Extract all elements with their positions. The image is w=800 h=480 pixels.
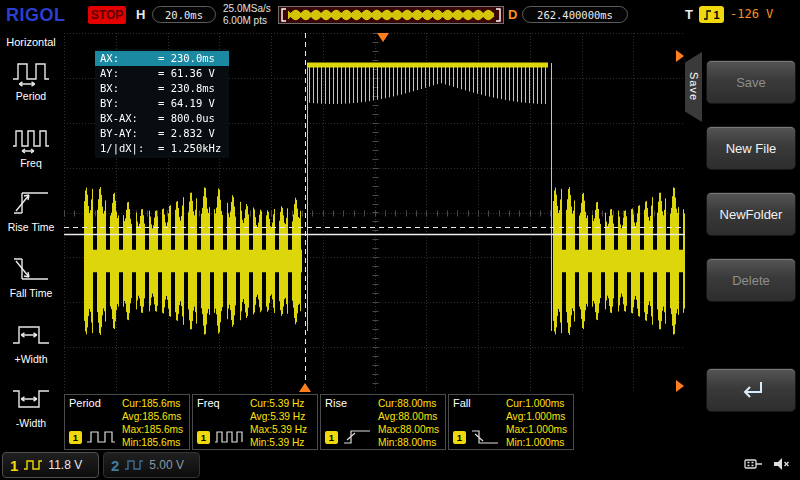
oscilloscope-screen: RIGOL STOP H 20.0ms 25.0MSa/s 6.00M pts … (0, 0, 800, 480)
measurement-panel-period: Period 1 Cur:185.6ms Avg:185.6ms Max:185… (64, 394, 190, 450)
measurement-cur: Cur:88.00ms (378, 397, 439, 410)
measurement-cur: Cur:1.000ms (506, 397, 567, 410)
cursor-label: AY: (100, 66, 158, 81)
measurement-name: Fall (453, 397, 471, 409)
cursor-label: BY-AY: (100, 126, 158, 141)
measure-category-title: Horizontal (0, 36, 62, 48)
channel1-scale: 11.8 V (48, 458, 82, 472)
measurement-max: Max:88.00ms (378, 423, 439, 436)
measurement-values: Cur:5.39 Hz Avg:5.39 Hz Max:5.39 Hz Min:… (250, 397, 307, 449)
cursor-value: = 800.0us (158, 111, 215, 126)
channel2-status[interactable]: 2 5.00 V (103, 452, 200, 478)
pos-width-icon (10, 318, 52, 352)
channel-badge: 1 (453, 431, 466, 444)
cursor-value: = 1.250kHz (158, 141, 221, 156)
channel1-status[interactable]: 1 11.8 V (2, 452, 99, 478)
measurement-avg: Avg:88.00ms (378, 410, 439, 423)
rise-glyph-icon (342, 428, 372, 446)
cursor-value: = 230.8ms (158, 81, 215, 96)
cursor-value: = 61.36 V (158, 66, 215, 81)
sidebar-item-freq[interactable]: Freq (0, 122, 62, 169)
cursor-row-bx-ax: BX-AX: = 800.0us (95, 111, 229, 126)
measurement-values: Cur:88.00ms Avg:88.00ms Max:88.00ms Min:… (378, 397, 439, 449)
cursor-label: BX-AX: (100, 111, 158, 126)
cursor-row-inv-dx: 1/|dX|: = 1.250kHz (95, 141, 229, 156)
period-icon (10, 55, 52, 89)
channel2-scale: 5.00 V (149, 458, 184, 472)
measurement-panel-freq: Freq 1 Cur:5.39 Hz Avg:5.39 Hz Max:5.39 … (192, 394, 318, 450)
measurement-max: Max:185.6ms (122, 423, 183, 436)
sidebar-item-label: Freq (0, 157, 62, 169)
rise-time-icon (10, 186, 52, 220)
measurement-min: Min:185.6ms (122, 436, 183, 449)
menu-tab-label: Save (688, 72, 700, 101)
soft-menu: Save Save New File NewFolder Delete (685, 30, 800, 450)
save-button[interactable]: Save (706, 60, 796, 104)
sample-rate-value: 25.0MSa/s (223, 3, 271, 15)
neg-width-icon (10, 382, 52, 416)
trigger-label: T (685, 7, 693, 22)
sidebar-item-label: +Width (0, 353, 62, 365)
measurement-avg: Avg:185.6ms (122, 410, 183, 423)
sidebar-item-label: Fall Time (0, 287, 62, 299)
measurement-min: Min:1.000ms (506, 436, 567, 449)
timebase-readout: 20.0ms (152, 6, 216, 23)
channel1-number: 1 (10, 457, 18, 474)
usb-icon (744, 455, 764, 473)
channel2-number: 2 (111, 457, 119, 474)
freq-glyph-icon (214, 428, 244, 446)
cursor-value: = 64.19 V (158, 96, 215, 111)
measurement-name: Rise (325, 397, 347, 409)
channel1-waveform-icon (23, 459, 43, 471)
trigger-channel-number: 1 (713, 9, 719, 21)
trigger-level-readout: -126 V (730, 7, 773, 21)
cursor-row-by: BY: = 64.19 V (95, 96, 229, 111)
fall-time-icon (10, 252, 52, 286)
cursor-row-ax: AX: = 230.0ms (95, 51, 229, 66)
run-state-badge: STOP (88, 6, 126, 24)
channel2-waveform-icon (124, 459, 144, 471)
sidebar-item-period[interactable]: Period (0, 55, 62, 102)
scope-display-area: AX: = 230.0ms AY: = 61.36 V BX: = 230.8m… (64, 33, 685, 392)
freq-icon (10, 122, 52, 156)
sidebar-item-label: Rise Time (0, 221, 62, 233)
measurement-max: Max:5.39 Hz (250, 423, 307, 436)
cursor-value: = 230.0ms (158, 51, 215, 66)
sidebar-item-pos-width[interactable]: +Width (0, 318, 62, 365)
delete-button[interactable]: Delete (706, 258, 796, 302)
measurement-cur: Cur:185.6ms (122, 397, 183, 410)
delay-label: D (508, 7, 517, 22)
measurement-values: Cur:185.6ms Avg:185.6ms Max:185.6ms Min:… (122, 397, 183, 449)
cursor-row-by-ay: BY-AY: = 2.832 V (95, 126, 229, 141)
cursor-row-bx: BX: = 230.8ms (95, 81, 229, 96)
return-arrow-icon (734, 378, 768, 402)
bottom-bar: 1 11.8 V 2 5.00 V (0, 450, 800, 480)
top-bar: RIGOL STOP H 20.0ms 25.0MSa/s 6.00M pts … (0, 0, 800, 30)
cursor-label: BY: (100, 96, 158, 111)
measurement-avg: Avg:5.39 Hz (250, 410, 307, 423)
measurement-avg: Avg:1.000ms (506, 410, 567, 423)
cursor-label: 1/|dX|: (100, 141, 158, 156)
new-file-button[interactable]: New File (706, 126, 796, 170)
rigol-logo: RIGOL (6, 5, 66, 26)
sidebar-item-fall-time[interactable]: Fall Time (0, 252, 62, 299)
cursor-label: BX: (100, 81, 158, 96)
sidebar-item-rise-time[interactable]: Rise Time (0, 186, 62, 233)
new-folder-button[interactable]: NewFolder (706, 192, 796, 236)
horizontal-system-label: H (136, 7, 145, 22)
measurement-panel-fall: Fall 1 Cur:1.000ms Avg:1.000ms Max:1.000… (448, 394, 574, 450)
sidebar-item-neg-width[interactable]: -Width (0, 382, 62, 429)
channel-badge: 1 (197, 431, 210, 444)
measurement-max: Max:1.000ms (506, 423, 567, 436)
menu-tab: Save (685, 52, 702, 122)
trigger-source-badge: 1 (699, 6, 724, 23)
speaker-icon (772, 455, 792, 473)
measurement-min: Min:5.39 Hz (250, 436, 307, 449)
memory-position-bar (278, 6, 504, 24)
back-button[interactable] (706, 368, 796, 412)
channel-badge: 1 (325, 431, 338, 444)
period-glyph-icon (86, 428, 116, 446)
trigger-slope-icon (703, 9, 712, 21)
measurement-name: Freq (197, 397, 220, 409)
acquisition-info: 25.0MSa/s 6.00M pts (223, 3, 271, 27)
